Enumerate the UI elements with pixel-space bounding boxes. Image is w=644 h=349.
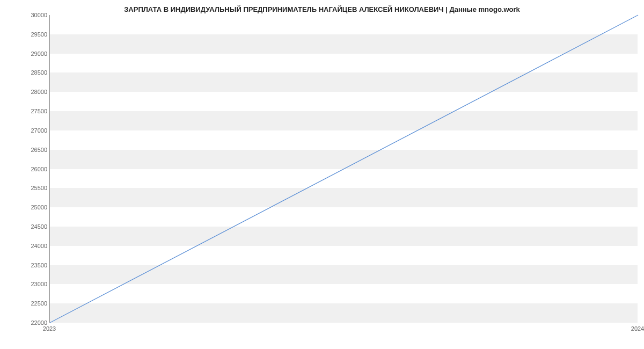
- y-tick-label: 29000: [31, 50, 47, 57]
- y-tick-label: 24000: [31, 243, 47, 249]
- y-tick-label: 28500: [31, 69, 47, 76]
- y-tick-label: 25500: [31, 185, 47, 191]
- salary-line: [50, 15, 638, 323]
- y-tick-label: 26500: [31, 147, 47, 153]
- y-tick-label: 23500: [31, 262, 47, 268]
- y-tick-label: 30000: [31, 12, 47, 18]
- y-tick-label: 25000: [31, 204, 47, 210]
- y-tick-label: 26000: [31, 166, 47, 172]
- x-tick-label: 2024: [631, 325, 644, 332]
- plot-area: [49, 15, 638, 323]
- y-tick-label: 27000: [31, 127, 47, 134]
- y-tick-label: 22500: [31, 300, 47, 307]
- x-tick-label: 2023: [43, 325, 56, 332]
- y-tick-label: 24500: [31, 223, 47, 230]
- y-tick-label: 27500: [31, 108, 47, 114]
- y-tick-label: 23000: [31, 281, 47, 287]
- y-tick-label: 28000: [31, 89, 47, 95]
- chart-title: ЗАРПЛАТА В ИНДИВИДУАЛЬНЫЙ ПРЕДПРИНИМАТЕЛ…: [0, 0, 644, 13]
- line-series-svg: [50, 15, 638, 323]
- y-tick-label: 29500: [31, 31, 47, 38]
- chart-container: 2200022500230002350024000245002500025500…: [0, 15, 644, 335]
